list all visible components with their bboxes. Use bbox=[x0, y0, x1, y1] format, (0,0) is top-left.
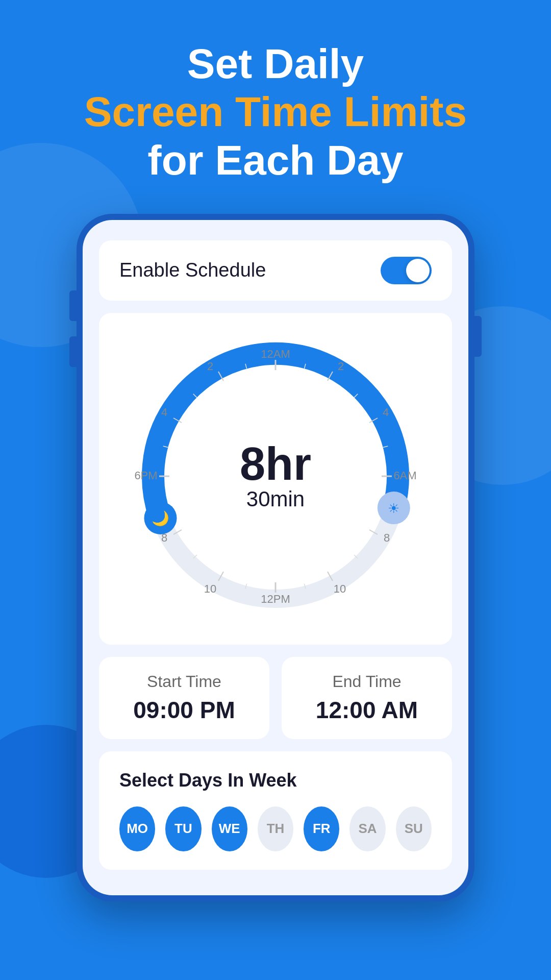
svg-text:6AM: 6AM bbox=[393, 469, 416, 482]
start-time-card[interactable]: Start Time 09:00 PM bbox=[99, 657, 269, 739]
day-button-tu[interactable]: TU bbox=[165, 806, 201, 851]
end-time-value: 12:00 AM bbox=[297, 696, 437, 724]
svg-text:🌙: 🌙 bbox=[152, 510, 169, 527]
phone-mockup: Enable Schedule bbox=[77, 214, 474, 901]
start-time-label: Start Time bbox=[114, 672, 254, 691]
svg-text:2: 2 bbox=[207, 360, 213, 373]
time-cards-row: Start Time 09:00 PM End Time 12:00 AM bbox=[99, 657, 452, 739]
start-time-value: 09:00 PM bbox=[114, 696, 254, 724]
clock-card: 12AM 2 4 6AM 8 bbox=[99, 313, 452, 645]
header-line2: Screen Time Limits bbox=[41, 87, 510, 137]
days-row: MOTUWETHFRSASU bbox=[119, 806, 432, 851]
end-time-card[interactable]: End Time 12:00 AM bbox=[282, 657, 452, 739]
svg-text:12AM: 12AM bbox=[261, 348, 290, 360]
svg-text:10: 10 bbox=[334, 582, 346, 595]
clock-minutes: 30min bbox=[240, 487, 311, 511]
svg-text:6PM: 6PM bbox=[134, 469, 157, 482]
header-line3: for Each Day bbox=[41, 137, 510, 183]
svg-text:2: 2 bbox=[338, 360, 344, 373]
enable-schedule-card: Enable Schedule bbox=[99, 240, 452, 301]
svg-text:☀: ☀ bbox=[388, 501, 399, 516]
day-button-fr[interactable]: FR bbox=[304, 806, 339, 851]
clock-center: 8hr 30min bbox=[240, 441, 311, 511]
header: Set Daily Screen Time Limits for Each Da… bbox=[0, 0, 551, 214]
end-time-label: End Time bbox=[297, 672, 437, 691]
svg-text:10: 10 bbox=[204, 582, 216, 595]
days-card: Select Days In Week MOTUWETHFRSASU bbox=[99, 751, 452, 870]
day-button-sa[interactable]: SA bbox=[349, 806, 385, 851]
enable-schedule-toggle[interactable] bbox=[381, 257, 432, 284]
day-button-su[interactable]: SU bbox=[396, 806, 432, 851]
svg-text:8: 8 bbox=[384, 531, 390, 544]
svg-text:4: 4 bbox=[161, 406, 167, 419]
day-button-we[interactable]: WE bbox=[212, 806, 247, 851]
enable-schedule-label: Enable Schedule bbox=[119, 259, 266, 281]
day-button-mo[interactable]: MO bbox=[119, 806, 155, 851]
days-section-title: Select Days In Week bbox=[119, 770, 432, 791]
day-button-th[interactable]: TH bbox=[258, 806, 293, 851]
svg-text:12PM: 12PM bbox=[261, 593, 290, 605]
clock-hours: 8hr bbox=[240, 441, 311, 487]
phone-inner: Enable Schedule bbox=[83, 220, 468, 895]
header-line1: Set Daily bbox=[41, 41, 510, 87]
svg-text:4: 4 bbox=[383, 406, 389, 419]
clock-container: 12AM 2 4 6AM 8 bbox=[133, 333, 418, 619]
